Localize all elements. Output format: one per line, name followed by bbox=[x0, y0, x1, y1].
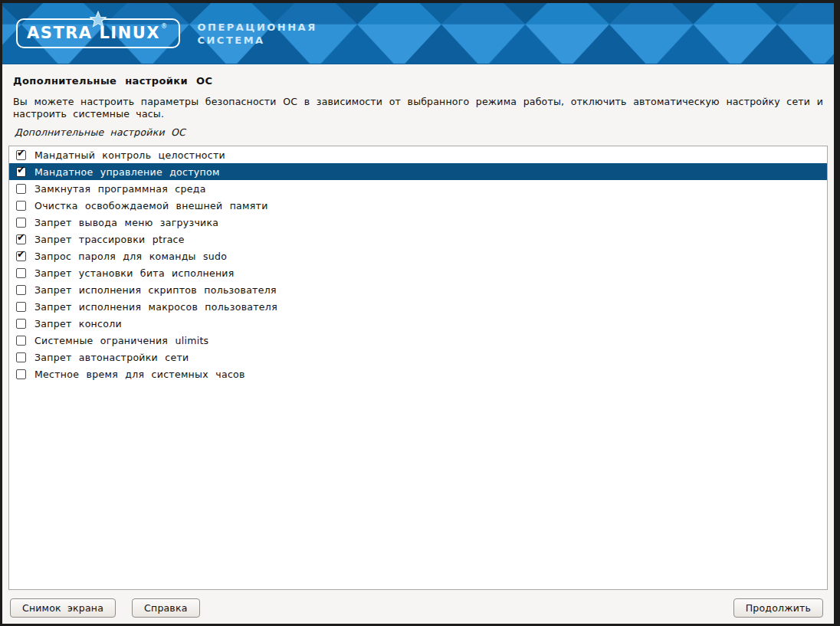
option-label: Запрет исполнения скриптов пользователя bbox=[34, 284, 277, 296]
option-label: Мандатный контроль целостности bbox=[34, 149, 225, 161]
list-label: Дополнительные настройки ОС bbox=[15, 126, 823, 138]
option-label: Замкнутая программная среда bbox=[34, 183, 206, 195]
list-item[interactable]: Запрет вывода меню загрузчика bbox=[9, 214, 827, 231]
checkbox[interactable] bbox=[16, 218, 26, 228]
page-description: Вы можете настроить параметры безопаснос… bbox=[13, 96, 823, 120]
options-list: Мандатный контроль целостности Мандатное… bbox=[8, 146, 828, 590]
checkbox[interactable] bbox=[16, 369, 26, 379]
screenshot-button[interactable]: Снимок экрана bbox=[10, 598, 116, 618]
content-area: Дополнительные настройки ОС Вы можете на… bbox=[2, 64, 834, 138]
option-label: Запрет автонастройки сети bbox=[34, 352, 189, 363]
star-icon bbox=[88, 10, 108, 30]
page-title: Дополнительные настройки ОС bbox=[13, 75, 823, 87]
checkbox[interactable] bbox=[16, 150, 26, 160]
list-item[interactable]: Запрет трассировки ptrace bbox=[9, 231, 827, 247]
option-label: Запрет исполнения макросов пользователя bbox=[34, 301, 277, 313]
checkbox[interactable] bbox=[16, 268, 26, 278]
continue-button[interactable]: Продолжить bbox=[733, 598, 823, 618]
option-label: Запрет трассировки ptrace bbox=[34, 234, 185, 245]
list-item[interactable]: Запрет автонастройки сети bbox=[9, 349, 827, 365]
list-item[interactable]: Запрет исполнения скриптов пользователя bbox=[9, 281, 827, 298]
header-banner: ASTRA LINUX® ОПЕРАЦИОННАЯ СИСТЕМА bbox=[2, 3, 834, 64]
list-item[interactable]: Замкнутая программная среда bbox=[9, 180, 827, 197]
option-label: Запрет вывода меню загрузчика bbox=[34, 217, 218, 228]
checkbox[interactable] bbox=[16, 184, 26, 194]
list-item[interactable]: Системные ограничения ulimits bbox=[9, 332, 827, 349]
list-item[interactable]: Запрет исполнения макросов пользователя bbox=[9, 298, 827, 315]
list-item[interactable]: Запрос пароля для команды sudo bbox=[9, 247, 827, 264]
checkbox[interactable] bbox=[16, 251, 26, 261]
brand-text: ОПЕРАЦИОННАЯ СИСТЕМА bbox=[197, 21, 317, 47]
option-label: Местное время для системных часов bbox=[34, 369, 245, 380]
list-item[interactable]: Запрет консоли bbox=[9, 315, 827, 332]
checkbox[interactable] bbox=[16, 234, 26, 244]
list-item[interactable]: Очистка освобождаемой внешней памяти bbox=[9, 197, 827, 214]
brand-line1: ОПЕРАЦИОННАЯ bbox=[197, 21, 317, 34]
screenshot-frame: ASTRA LINUX® ОПЕРАЦИОННАЯ СИСТЕМА Дополн… bbox=[0, 0, 840, 626]
list-item[interactable]: Мандатное управление доступом bbox=[9, 163, 827, 180]
checkbox[interactable] bbox=[16, 201, 26, 211]
list-item[interactable]: Запрет установки бита исполнения bbox=[9, 264, 827, 281]
checkbox[interactable] bbox=[16, 285, 26, 295]
astra-linux-logo: ASTRA LINUX® bbox=[16, 18, 180, 48]
installer-window: ASTRA LINUX® ОПЕРАЦИОННАЯ СИСТЕМА Дополн… bbox=[2, 3, 834, 624]
brand-line2: СИСТЕМА bbox=[197, 34, 317, 47]
registered-mark: ® bbox=[161, 23, 169, 30]
checkbox[interactable] bbox=[16, 319, 26, 329]
option-label: Мандатное управление доступом bbox=[34, 166, 220, 178]
option-label: Запрет установки бита исполнения bbox=[34, 267, 235, 279]
help-button[interactable]: Справка bbox=[132, 598, 199, 618]
list-item[interactable]: Мандатный контроль целостности bbox=[9, 146, 827, 163]
checkbox[interactable] bbox=[16, 352, 26, 362]
option-label: Запрос пароля для команды sudo bbox=[34, 251, 227, 262]
option-label: Запрет консоли bbox=[34, 318, 122, 329]
option-label: Очистка освобождаемой внешней памяти bbox=[34, 200, 268, 211]
checkbox[interactable] bbox=[16, 167, 26, 177]
bottom-bar: Снимок экрана Справка Продолжить bbox=[10, 598, 823, 618]
checkbox[interactable] bbox=[16, 336, 26, 346]
list-item[interactable]: Местное время для системных часов bbox=[9, 365, 827, 382]
checkbox[interactable] bbox=[16, 302, 26, 312]
option-label: Системные ограничения ulimits bbox=[34, 335, 208, 346]
